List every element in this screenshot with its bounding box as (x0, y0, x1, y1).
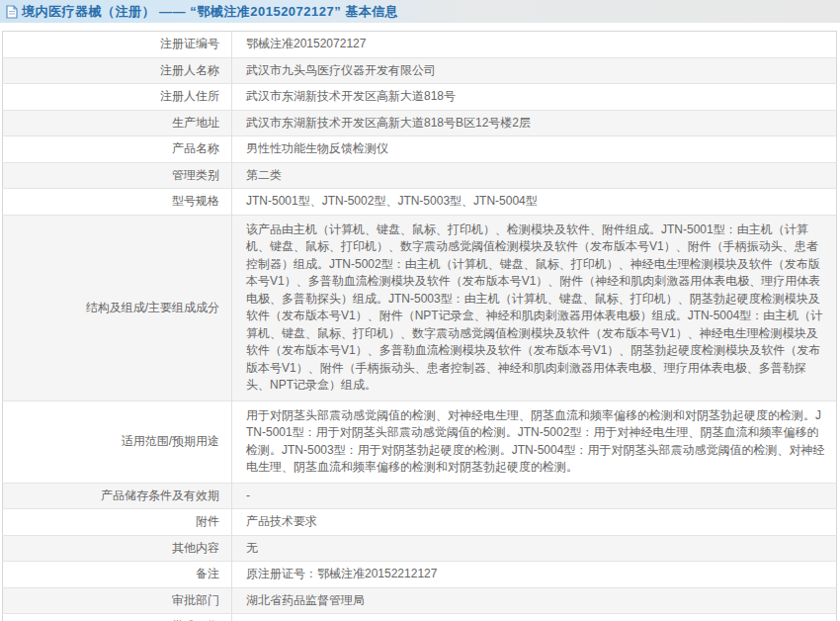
field-value: 原注册证号：鄂械注准20152212127 (232, 562, 837, 588)
field-value: 用于对阴茎头部震动感觉阈值的检测、对神经电生理、阴茎血流和频率偏移的检测和对阴茎… (232, 400, 837, 483)
field-label: 其他内容 (3, 535, 232, 562)
field-value: 无 (232, 535, 837, 562)
row-product-name: 产品名称 男性性功能生物反馈检测仪 (3, 136, 837, 163)
field-label: 产品名称 (3, 136, 232, 163)
row-other-content: 其他内容 无 (3, 535, 837, 562)
field-label: 注册证编号 (3, 32, 232, 58)
field-value: 湖北省药品监督管理局 (232, 587, 837, 614)
row-approval-date: 批准日期 2021-04-14 (3, 614, 837, 621)
field-value: JTN-5001型、JTN-5002型、JTN-5003型、JTN-5004型 (232, 189, 837, 216)
row-approval-department: 审批部门 湖北省药品监督管理局 (3, 587, 837, 614)
row-cert-number: 注册证编号 鄂械注准20152072127 (3, 32, 837, 58)
row-production-address: 生产地址 武汉市东湖新技术开发区高新大道818号B区12号楼2层 (3, 110, 837, 136)
basic-info-table-wrap: 注册证编号 鄂械注准20152072127 注册人名称 武汉市九头鸟医疗仪器开发… (2, 31, 837, 621)
field-label: 产品储存条件及有效期 (3, 483, 232, 509)
row-structure-composition: 结构及组成/主要组成成分 该产品由主机（计算机、键盘、鼠标、打印机）、检测模块及… (3, 215, 837, 400)
row-scope-of-use: 适用范围/预期用途 用于对阴茎头部震动感觉阈值的检测、对神经电生理、阴茎血流和频… (3, 400, 837, 483)
field-label: 管理类别 (3, 162, 232, 189)
field-label: 注册人名称 (3, 57, 232, 84)
field-label: 备注 (3, 562, 232, 588)
row-registrant-name: 注册人名称 武汉市九头鸟医疗仪器开发有限公司 (3, 57, 837, 84)
page-title-bar: 境内医疗器械（注册） —— “鄂械注准20152072127” 基本信息 (0, 0, 840, 23)
field-value: 武汉市九头鸟医疗仪器开发有限公司 (232, 57, 837, 84)
field-label: 结构及组成/主要组成成分 (3, 215, 232, 400)
row-remarks: 备注 原注册证号：鄂械注准20152212127 (3, 562, 837, 588)
row-storage-validity: 产品储存条件及有效期 - (3, 483, 837, 509)
field-value: 武汉市东湖新技术开发区高新大道818号B区12号楼2层 (232, 110, 837, 136)
row-registrant-address: 注册人住所 武汉市东湖新技术开发区高新大道818号 (3, 84, 837, 111)
field-label: 批准日期 (3, 614, 232, 621)
field-label: 适用范围/预期用途 (3, 400, 232, 483)
field-label: 型号规格 (3, 189, 232, 216)
field-value: 产品技术要求 (232, 509, 837, 536)
field-value: 第二类 (232, 162, 837, 189)
field-label: 生产地址 (3, 110, 232, 136)
field-value: 鄂械注准20152072127 (232, 32, 837, 58)
medical-device-registration-page: 境内医疗器械（注册） —— “鄂械注准20152072127” 基本信息 注册证… (0, 0, 840, 621)
field-label: 审批部门 (3, 587, 232, 614)
field-value: 该产品由主机（计算机、键盘、鼠标、打印机）、检测模块及软件、附件组成。JTN-5… (232, 215, 837, 400)
field-value: 武汉市东湖新技术开发区高新大道818号 (232, 84, 837, 111)
field-label: 附件 (3, 509, 232, 536)
page-title: 境内医疗器械（注册） —— “鄂械注准20152072127” 基本信息 (22, 3, 398, 21)
basic-info-table: 注册证编号 鄂械注准20152072127 注册人名称 武汉市九头鸟医疗仪器开发… (2, 31, 837, 621)
field-label: 注册人住所 (3, 84, 232, 111)
row-management-class: 管理类别 第二类 (3, 162, 837, 189)
row-attachment: 附件 产品技术要求 (3, 509, 837, 536)
field-value: 2021-04-14 (232, 614, 837, 621)
row-model-spec: 型号规格 JTN-5001型、JTN-5002型、JTN-5003型、JTN-5… (3, 189, 837, 216)
field-value: 男性性功能生物反馈检测仪 (232, 136, 837, 163)
document-icon (6, 5, 18, 19)
field-value: - (232, 483, 837, 509)
